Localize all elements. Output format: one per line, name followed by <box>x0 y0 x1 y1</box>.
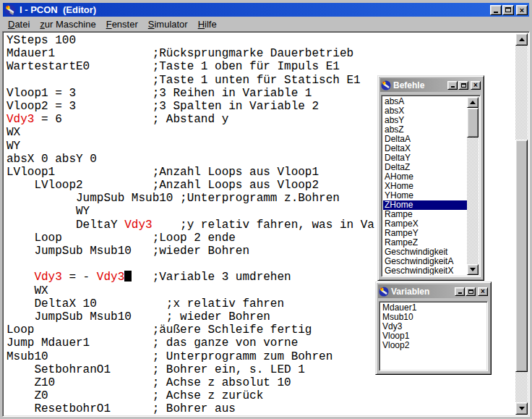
scrollbar-thumb[interactable] <box>467 108 479 137</box>
variablen-window: Variablen × Mdauer1Msub10Vdy3Vloop1Vloop… <box>375 282 492 375</box>
minimize-icon <box>494 12 498 13</box>
variablen-titlebar[interactable]: Variablen × <box>378 284 489 298</box>
minimize-icon <box>458 292 462 294</box>
close-button[interactable]: × <box>471 81 481 90</box>
variablen-window-controls: × <box>454 287 488 296</box>
code-line: Mdauer1 ;Rücksprungmarke Dauerbetrieb <box>7 47 515 60</box>
arrow-down-icon <box>470 268 476 271</box>
menu-item-datei[interactable]: Datei <box>3 18 35 30</box>
variablen-list-item[interactable]: Vloop2 <box>381 341 486 350</box>
variablen-item-list: Mdauer1Msub10Vdy3Vloop1Vloop2 <box>381 303 486 369</box>
scroll-up-button[interactable] <box>515 33 528 46</box>
menu-item-simulator[interactable]: Simulator <box>143 18 193 30</box>
variablen-listbox: Mdauer1Msub10Vdy3Vloop1Vloop2 <box>379 301 488 371</box>
editor-vertical-scrollbar[interactable] <box>515 33 528 415</box>
minimize-icon <box>451 86 455 88</box>
window-controls: × <box>489 5 528 15</box>
main-titlebar[interactable]: I - PCON (Editor) × <box>3 3 529 17</box>
maximize-button[interactable] <box>502 5 514 15</box>
maximize-button[interactable] <box>458 81 468 90</box>
code-line: Z10 ; Achse z absolut 10 <box>7 376 515 389</box>
maximize-icon <box>461 83 466 88</box>
minimize-button[interactable] <box>490 5 502 15</box>
menu-item-hilfe[interactable]: Hilfe <box>193 18 222 30</box>
close-button[interactable]: × <box>516 5 528 15</box>
befehle-item-list: absAabsXabsYabsZDeltaADeltaXDeltaYDeltaZ… <box>383 97 467 275</box>
code-line: ResetbohrO1 ; Bohrer aus <box>7 402 515 415</box>
close-button[interactable]: × <box>478 287 488 296</box>
menu-item-zur-maschine[interactable]: zur Maschine <box>35 18 100 30</box>
scrollbar-thumb[interactable] <box>515 140 528 372</box>
app-torch-icon <box>379 287 389 297</box>
variablen-title: Variablen <box>391 287 429 297</box>
befehle-title: Befehle <box>393 80 424 90</box>
scroll-down-button[interactable] <box>515 402 528 415</box>
menu-bar: Dateizur MaschineFensterSimulatorHilfe <box>3 18 529 30</box>
scroll-down-button[interactable] <box>467 264 479 275</box>
app-torch-icon <box>4 4 16 16</box>
app-torch-icon <box>381 80 391 90</box>
befehle-list-item[interactable]: GeschwindigkeitX <box>383 266 467 275</box>
befehle-window-controls: × <box>447 81 481 90</box>
minimize-button[interactable] <box>447 81 458 90</box>
arrow-down-icon <box>519 407 525 410</box>
code-line: WartestartE0 ;Taste 1 oben für Impuls E1 <box>7 60 515 73</box>
code-line: YSteps 100 <box>7 34 515 47</box>
maximize-icon <box>505 7 511 12</box>
befehle-window: Befehle × absAabsXabsYabsZDeltaADeltaXDe… <box>377 75 484 281</box>
arrow-up-icon <box>519 38 525 41</box>
maximize-icon <box>468 289 473 294</box>
window-title: I - PCON (Editor) <box>20 4 96 15</box>
minimize-button[interactable] <box>455 287 465 296</box>
befehle-scrollbar[interactable] <box>467 97 479 275</box>
menu-item-fenster[interactable]: Fenster <box>101 18 143 30</box>
close-icon: × <box>473 82 478 88</box>
code-line: Z0 ; Achse z zurück <box>7 389 515 402</box>
text-cursor <box>124 271 132 282</box>
close-icon: × <box>481 288 485 295</box>
scroll-up-button[interactable] <box>467 97 479 108</box>
maximize-button[interactable] <box>466 287 476 296</box>
befehle-titlebar[interactable]: Befehle × <box>380 78 481 92</box>
main-window: I - PCON (Editor) × Dateizur MaschineFen… <box>0 0 532 419</box>
arrow-up-icon <box>470 101 476 104</box>
befehle-listbox: absAabsXabsYabsZDeltaADeltaXDeltaYDeltaZ… <box>381 95 481 277</box>
close-icon: × <box>520 7 524 14</box>
